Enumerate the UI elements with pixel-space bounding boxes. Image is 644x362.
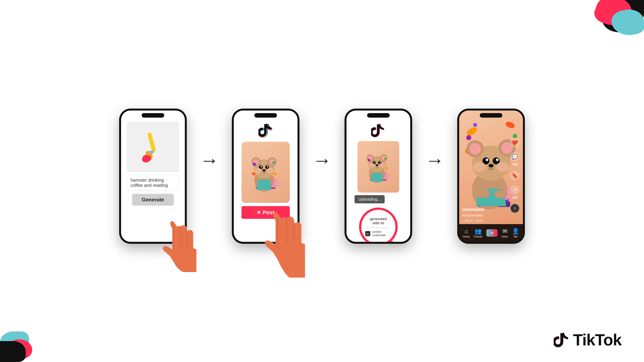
generate-button[interactable]: Generate xyxy=(132,194,174,206)
svg-point-25 xyxy=(274,172,277,175)
content-credentials-icon: c₂ xyxy=(365,230,370,237)
heart-icon: ❤️ xyxy=(510,138,520,148)
phone-frame-3: Uploading... generated with AI xyxy=(344,109,412,244)
nav-home-label: Home xyxy=(463,235,470,238)
svg-point-64 xyxy=(469,143,481,154)
hand-icon-1 xyxy=(154,217,200,275)
tiktok-brand-logo xyxy=(554,332,570,348)
record-disc-inner xyxy=(513,207,516,210)
phone-step-1: hamster drinking coffee and reading Gene… xyxy=(119,109,187,244)
tiktok-feed-screen: ❤️ 💬 745 🔖 ↗ xyxy=(459,110,523,242)
svg-point-3 xyxy=(143,155,147,159)
svg-point-72 xyxy=(473,162,486,172)
uploading-badge: Uploading... xyxy=(354,195,385,203)
hand-pointing-post xyxy=(255,211,307,286)
svg-point-21 xyxy=(254,168,262,174)
hamster-image-card-3 xyxy=(358,141,399,193)
svg-point-41 xyxy=(376,164,378,166)
nav-friends-label: Friends xyxy=(474,235,482,238)
svg-rect-5 xyxy=(148,150,154,154)
svg-point-44 xyxy=(368,159,370,162)
hamster-image-card-2 xyxy=(242,142,290,203)
feed-sidebar-actions: ❤️ 💬 745 🔖 ↗ xyxy=(510,138,520,213)
tiktok-branding: TikTok xyxy=(554,331,622,349)
svg-point-22 xyxy=(266,168,274,174)
tiktok-logo-3 xyxy=(371,123,386,138)
svg-point-39 xyxy=(374,162,375,163)
svg-point-75 xyxy=(494,190,507,198)
arrow-2: → xyxy=(312,149,332,171)
uploading-screen: Uploading... generated with AI xyxy=(346,110,410,242)
nav-friends[interactable]: 👥 Friends xyxy=(474,228,482,238)
svg-text:c₂: c₂ xyxy=(366,233,368,235)
svg-rect-4 xyxy=(148,134,156,152)
friends-icon: 👥 xyxy=(474,228,482,235)
svg-point-71 xyxy=(488,164,494,167)
inbox-icon: ✉ xyxy=(502,228,507,235)
feed-share-action[interactable]: ↗ 102 xyxy=(510,185,520,199)
nav-create-button[interactable]: + xyxy=(486,229,498,237)
prompt-input[interactable]: hamster drinking coffee and reading xyxy=(127,175,179,191)
tiktok-brand-name: TikTok xyxy=(573,331,622,349)
magnifier-container: generated with AI c₂ content cred xyxy=(354,208,402,242)
hand-pointing-generate xyxy=(154,217,200,276)
feed-user-info: Username AI-generated ♪ Music · Artist xyxy=(462,207,484,223)
hamster-illustration-2 xyxy=(242,142,290,203)
credentials-label: content credentials xyxy=(372,230,392,237)
phones-row: hamster drinking coffee and reading Gene… xyxy=(119,109,525,244)
svg-point-50 xyxy=(505,120,516,129)
tiktok-post-screen: ✳ Post xyxy=(234,110,298,224)
svg-point-43 xyxy=(379,163,385,168)
profile-icon: 👤 xyxy=(512,228,519,235)
feed-bookmark-action[interactable]: 🔖 xyxy=(510,171,520,181)
svg-point-46 xyxy=(385,167,388,169)
arrow-1: → xyxy=(200,149,219,171)
paintbrush-icon xyxy=(140,131,166,163)
feed-ai-label: AI-generated xyxy=(462,213,484,218)
feed-like-action[interactable]: ❤️ xyxy=(510,138,520,148)
home-icon: ⌂ xyxy=(464,228,468,235)
nav-me[interactable]: 👤 Me xyxy=(512,228,519,238)
nav-inbox-label: Inbox xyxy=(502,235,508,238)
comment-icon: 💬 xyxy=(510,152,520,162)
svg-point-69 xyxy=(486,158,488,161)
svg-point-42 xyxy=(369,163,375,168)
main-container: hamster drinking coffee and reading Gene… xyxy=(0,0,644,362)
svg-point-74 xyxy=(476,189,490,198)
feed-music-label: ♪ Music · Artist xyxy=(462,219,484,223)
nav-home[interactable]: ⌂ Home xyxy=(463,228,470,238)
content-credentials-badge: c₂ content credentials xyxy=(365,230,392,237)
svg-point-23 xyxy=(253,163,256,166)
nav-inbox[interactable]: ✉ Inbox xyxy=(502,228,508,238)
ai-generator-screen: hamster drinking coffee and reading Gene… xyxy=(121,110,185,210)
svg-point-20 xyxy=(262,169,266,172)
svg-point-18 xyxy=(261,166,262,167)
ai-canvas xyxy=(127,122,179,172)
phone-screen-3: Uploading... generated with AI xyxy=(346,110,410,242)
svg-point-19 xyxy=(267,166,268,167)
comment-count: 745 xyxy=(512,163,518,166)
phone-step-4: ❤️ 💬 745 🔖 ↗ xyxy=(457,109,525,244)
feed-username: Username xyxy=(462,207,484,212)
phone-step-2: ✳ Post xyxy=(232,109,300,244)
svg-point-70 xyxy=(496,158,498,161)
nav-me-label: Me xyxy=(514,235,518,238)
phone-step-3: Uploading... generated with AI xyxy=(344,109,412,244)
svg-point-54 xyxy=(473,123,477,127)
svg-point-73 xyxy=(496,162,509,172)
share-count: 102 xyxy=(512,196,518,199)
tiktok-logo-2 xyxy=(258,123,273,138)
svg-point-49 xyxy=(466,126,478,137)
bookmark-icon: 🔖 xyxy=(510,171,520,181)
arrow-3: → xyxy=(425,149,444,171)
svg-point-55 xyxy=(513,134,517,138)
ai-generated-text: generated with AI xyxy=(367,217,390,228)
record-disc xyxy=(510,204,520,213)
svg-point-24 xyxy=(272,161,275,164)
phone-frame-4: ❤️ 💬 745 🔖 ↗ xyxy=(457,109,525,244)
magnifier-circle: generated with AI c₂ content cred xyxy=(359,208,398,242)
feed-comment-action[interactable]: 💬 745 xyxy=(510,152,520,166)
svg-point-40 xyxy=(380,162,381,163)
share-icon: ↗ xyxy=(510,185,520,195)
svg-point-53 xyxy=(466,135,472,140)
